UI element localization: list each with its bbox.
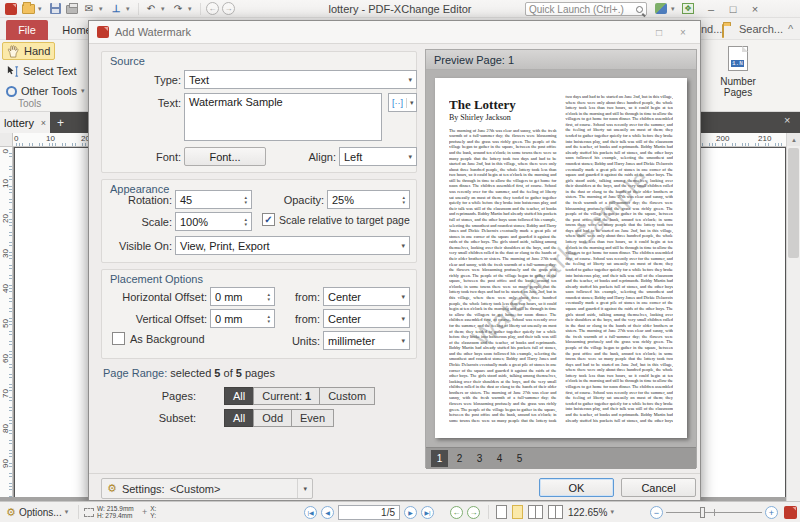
hand-tool-button[interactable]: Hand [2,42,55,60]
view-back-button[interactable]: ← [450,506,463,519]
chevron-down-icon: ▾ [408,76,412,84]
maximize-button[interactable]: □ [722,2,744,16]
v-from-select[interactable]: Center ▾ [323,309,410,328]
zoom-in-button[interactable]: + [765,506,778,519]
history-back-icon[interactable]: ← [206,2,219,15]
vertical-scrollbar[interactable]: ▲ [786,133,800,501]
ui-options-icon[interactable] [655,3,667,14]
chevron-down-icon: ▾ [407,99,417,107]
application-window: ▾ ✉ ▾ ⊥ ▾ ↶ ▾ ↷ ▾ ← → lottery - PDF-XCha… [0,0,800,522]
pages-custom-button[interactable]: Custom [319,387,375,405]
chevron-down-icon: ▾ [65,508,72,516]
macro-button[interactable]: [··] ▾ [388,93,417,112]
rotation-spinner[interactable]: 45 [175,190,252,209]
preview-page-button-2[interactable]: 2 [451,450,468,467]
history-forward-icon[interactable]: → [222,2,235,15]
hand-tool-label: Hand [24,45,50,57]
ribbon-collapse-icon[interactable]: ^ [788,23,793,35]
chevron-down-icon: ▾ [401,337,405,345]
next-page-button[interactable]: ▶ [404,506,417,519]
watermark-text-input[interactable]: Watermark Sample [184,93,382,141]
page-range-group: Page Range: selected 5 of 5 pages Pages:… [101,365,417,435]
settings-button[interactable]: ⚙ Settings: <Custom> ▾ [101,478,313,499]
zoom-level-control[interactable]: 122.65% ▾ [568,502,617,522]
cancel-button[interactable]: Cancel [621,478,696,497]
quick-launch-input[interactable]: Quick Launch (Ctrl+.) [525,2,647,16]
tab-file[interactable]: File [6,20,48,40]
pdf-compatibility-indicator[interactable] [784,502,797,522]
find-label-partial[interactable]: nd... [701,23,722,35]
print-icon[interactable] [65,2,79,15]
scale-relative-checkbox[interactable]: ✓ [262,213,275,226]
scroll-up-icon[interactable]: ▲ [787,133,800,146]
undo-dropdown-icon[interactable]: ▾ [161,5,168,13]
email-dropdown-icon[interactable]: ▾ [99,5,106,13]
preview-page-button-1[interactable]: 1 [431,450,448,467]
ok-button[interactable]: OK [539,478,614,497]
font-button[interactable]: Font... [184,147,266,166]
subset-odd-button[interactable]: Odd [253,409,292,427]
opacity-spinner[interactable]: 25% [327,190,410,209]
preview-page-button-3[interactable]: 3 [471,450,488,467]
type-select[interactable]: Text ▾ [184,70,417,89]
stamp-icon[interactable]: ⊥ [109,2,123,15]
open-dropdown-icon[interactable]: ▾ [38,5,45,13]
ui-options-dropdown-icon[interactable]: ▾ [671,5,678,13]
select-text-button[interactable]: Select Text [2,62,81,80]
new-tab-button[interactable]: + [53,115,68,130]
options-button[interactable]: ⚙ Options... ▾ [6,502,72,522]
single-page-layout-icon[interactable] [496,505,507,519]
tabbar-close-icon[interactable]: × [784,114,790,126]
open-file-icon[interactable] [21,2,35,15]
save-icon[interactable] [48,2,62,15]
scale-spinner[interactable]: 100% [175,212,252,231]
email-icon[interactable]: ✉ [82,2,96,15]
two-page-continuous-layout-icon[interactable] [548,505,563,519]
page-indicator-input[interactable]: 1/5 [338,505,400,520]
visible-on-select[interactable]: View, Print, Export ▾ [175,236,410,255]
view-forward-button[interactable]: → [467,506,480,519]
add-watermark-dialog: Add Watermark □ × Source Type: Text ▾ Te… [88,20,701,501]
select-text-label: Select Text [23,65,77,77]
document-tab-lottery[interactable]: lottery × [0,112,50,133]
subset-even-button[interactable]: Even [291,409,334,427]
preview-page-button-5[interactable]: 5 [511,450,528,467]
ruler-tick-label: 0 [1,149,10,153]
redo-icon[interactable]: ↷ [171,2,185,15]
align-select[interactable]: Left ▾ [339,147,417,166]
pages-current-button[interactable]: Current: 1 [253,387,320,405]
previous-page-button[interactable]: ◀ [321,506,334,519]
scrollbar-thumb[interactable] [788,148,799,258]
close-button[interactable]: × [744,2,766,16]
preview-page-button-4[interactable]: 4 [491,450,508,467]
last-page-button[interactable]: ▶| [421,506,434,519]
subset-all-button[interactable]: All [224,409,254,427]
continuous-layout-icon[interactable] [512,505,523,519]
number-pages-icon[interactable]: 1.N [728,46,748,71]
zoom-slider-handle[interactable] [700,507,705,518]
two-page-layout-icon[interactable] [528,505,543,519]
preview-page: The Lottery By Shirley Jackson The morni… [435,78,687,438]
redo-dropdown-icon[interactable]: ▾ [188,5,195,13]
search-label[interactable]: Search... [739,23,783,35]
units-select[interactable]: millimeter ▾ [323,331,410,350]
pages-all-button[interactable]: All [224,387,254,405]
undo-icon[interactable]: ↶ [144,2,158,15]
v-from-label: from: [292,311,320,327]
as-background-checkbox[interactable] [112,332,125,345]
document-tab-close-icon[interactable]: × [41,118,46,128]
zoom-out-button[interactable]: − [650,506,663,519]
other-tools-button[interactable]: Other Tools ▾ [2,82,92,100]
v-offset-spinner[interactable]: 0 mm [210,309,275,328]
stamp-dropdown-icon[interactable]: ▾ [126,5,133,13]
first-page-button[interactable]: |◀ [304,506,317,519]
dialog-close-icon[interactable]: × [674,25,692,39]
dialog-maximize-icon[interactable]: □ [650,25,668,39]
h-from-select[interactable]: Center ▾ [323,287,410,306]
chevron-down-icon: ▾ [297,479,307,498]
fullscreen-icon[interactable]: ✥ [682,3,694,14]
minimize-button[interactable]: – [700,2,722,16]
zoom-slider-track[interactable] [666,512,762,513]
number-pages-label[interactable]: Number Pages [708,76,768,98]
h-offset-spinner[interactable]: 0 mm [210,287,275,306]
